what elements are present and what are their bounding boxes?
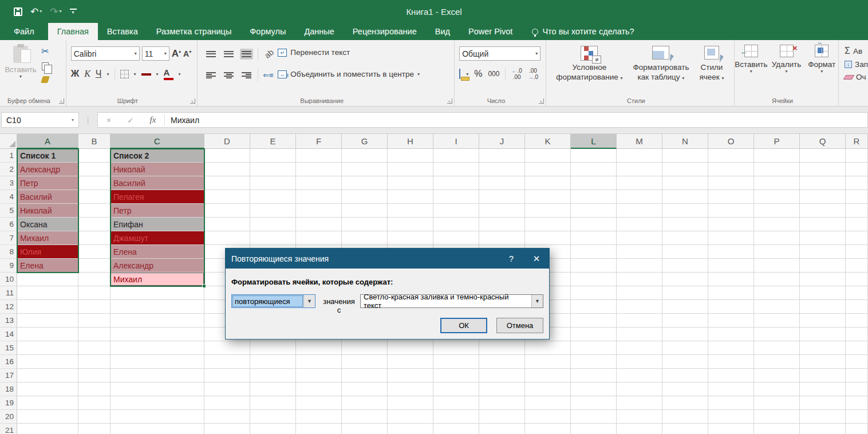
cell-L19[interactable] (571, 396, 617, 410)
cell-L2[interactable] (571, 163, 617, 176)
cell-E18[interactable] (250, 382, 296, 396)
font-name-dropdown-arrow[interactable]: ▾ (135, 51, 137, 56)
cell-O1[interactable] (708, 149, 754, 163)
font-color-dropdown-arrow[interactable]: ▾ (179, 72, 181, 77)
name-box[interactable]: C10 ▾ (1, 112, 79, 128)
cell-A3[interactable]: Петр (17, 176, 78, 190)
align-left-button[interactable] (204, 70, 218, 81)
cell-N8[interactable] (662, 245, 708, 259)
fill-button[interactable]: ↓ Зап (845, 60, 868, 69)
cell-N21[interactable] (662, 424, 708, 434)
formula-bar-resize-handle[interactable]: ⋮ (79, 116, 97, 124)
cell-P21[interactable] (754, 424, 800, 434)
tab-разметка-страницы[interactable]: Разметка страницы (147, 23, 241, 40)
row-header-12[interactable]: 12 (0, 300, 17, 314)
cell-M19[interactable] (617, 396, 662, 410)
cell-O14[interactable] (708, 328, 754, 341)
cell-Q10[interactable] (800, 273, 846, 286)
cell-A9[interactable]: Елена (17, 259, 78, 273)
cell-N2[interactable] (662, 163, 708, 176)
cell-R15[interactable] (846, 341, 868, 355)
cell-Q6[interactable] (800, 218, 846, 231)
cell-F15[interactable] (296, 341, 342, 355)
cell-O21[interactable] (708, 424, 754, 434)
cell-N18[interactable] (662, 382, 708, 396)
cell-C20[interactable] (111, 410, 204, 424)
decrease-indent-button[interactable]: ⇐≡ (263, 71, 273, 80)
cell-L14[interactable] (571, 328, 617, 341)
cell-L17[interactable] (571, 369, 617, 382)
cell-B7[interactable] (78, 231, 111, 245)
format-as-table-button[interactable]: Форматировать как таблицу ▾ (629, 45, 692, 106)
cell-I3[interactable] (433, 176, 479, 190)
cell-C1[interactable]: Список 2 (111, 149, 204, 163)
undo-dropdown-arrow[interactable]: ▾ (40, 9, 42, 14)
cell-Q12[interactable] (800, 300, 846, 314)
font-name-combo[interactable]: Calibri ▾ (71, 46, 140, 61)
cell-L10[interactable] (571, 273, 617, 286)
cell-J16[interactable] (479, 355, 525, 369)
cell-K2[interactable] (525, 163, 571, 176)
cell-D20[interactable] (204, 410, 250, 424)
cell-I20[interactable] (433, 410, 479, 424)
cell-R17[interactable] (846, 369, 868, 382)
cell-L13[interactable] (571, 314, 617, 328)
cell-Q4[interactable] (800, 190, 846, 204)
cell-F3[interactable] (296, 176, 342, 190)
tab-главная[interactable]: Главная (48, 23, 98, 40)
align-right-button[interactable] (240, 70, 253, 81)
cell-I4[interactable] (433, 190, 479, 204)
cell-A14[interactable] (17, 328, 78, 341)
column-header-Q[interactable]: Q (800, 134, 846, 149)
cell-M3[interactable] (617, 176, 662, 190)
decrease-font-size-button[interactable]: A▾ (183, 49, 191, 58)
cell-E17[interactable] (250, 369, 296, 382)
cell-G7[interactable] (342, 231, 388, 245)
cell-H2[interactable] (388, 163, 433, 176)
cell-E5[interactable] (250, 204, 296, 218)
cell-C18[interactable] (111, 382, 204, 396)
cell-H21[interactable] (388, 424, 433, 434)
dialog-close-button[interactable]: ✕ (524, 254, 549, 264)
cell-Q21[interactable] (800, 424, 846, 434)
cell-C14[interactable] (111, 328, 204, 341)
cell-O19[interactable] (708, 396, 754, 410)
cell-K5[interactable] (525, 204, 571, 218)
row-header-18[interactable]: 18 (0, 382, 17, 396)
cell-R3[interactable] (846, 176, 868, 190)
column-header-G[interactable]: G (342, 134, 388, 149)
cell-H16[interactable] (388, 355, 433, 369)
cell-D17[interactable] (204, 369, 250, 382)
cell-Q19[interactable] (800, 396, 846, 410)
copy-button[interactable] (42, 62, 49, 70)
column-header-E[interactable]: E (250, 134, 296, 149)
cell-Q2[interactable] (800, 163, 846, 176)
row-header-11[interactable]: 11 (0, 286, 17, 300)
tab-power-pivot[interactable]: Power Pivot (459, 23, 522, 40)
italic-button[interactable]: К (84, 69, 90, 79)
cell-F2[interactable] (296, 163, 342, 176)
cell-L16[interactable] (571, 355, 617, 369)
alignment-dialog-launcher[interactable] (447, 98, 452, 104)
cell-Q16[interactable] (800, 355, 846, 369)
fill-color-dropdown-arrow[interactable]: ▾ (156, 72, 159, 77)
merge-center-button[interactable]: ↔ Объединить и поместить в центре ▾ (278, 70, 420, 78)
cell-G5[interactable] (342, 204, 388, 218)
cell-A16[interactable] (17, 355, 78, 369)
cell-O5[interactable] (708, 204, 754, 218)
cell-M18[interactable] (617, 382, 662, 396)
row-header-16[interactable]: 16 (0, 355, 17, 369)
cell-K1[interactable] (525, 149, 571, 163)
cell-I21[interactable] (433, 424, 479, 434)
cell-H4[interactable] (388, 190, 433, 204)
cell-I19[interactable] (433, 396, 479, 410)
row-header-1[interactable]: 1 (0, 149, 17, 163)
font-dialog-launcher[interactable] (190, 98, 195, 104)
column-header-M[interactable]: M (617, 134, 662, 149)
cell-M11[interactable] (617, 286, 662, 300)
cell-H3[interactable] (388, 176, 433, 190)
name-box-dropdown-arrow[interactable]: ▾ (67, 117, 78, 123)
tell-me-box[interactable]: Что вы хотите сделать? (522, 23, 634, 40)
save-button[interactable] (14, 7, 22, 16)
cell-B15[interactable] (78, 341, 111, 355)
